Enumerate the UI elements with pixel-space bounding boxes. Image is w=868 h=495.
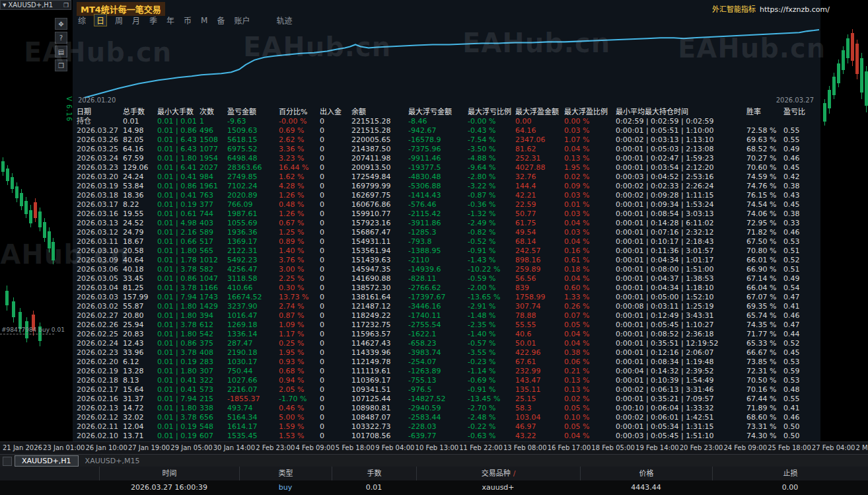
stats-cell: 117232.75	[351, 321, 408, 330]
stats-cell: -9.63	[227, 117, 279, 126]
stats-cell: 2026.03.26	[77, 135, 123, 145]
time-axis-label: 29 Jan 05:00	[170, 444, 212, 451]
brand-name: 外汇智能指标	[712, 5, 756, 14]
menu-item-季[interactable]: 季	[148, 15, 159, 26]
time-axis[interactable]: 21 Jan 202623 Jan 01:0026 Jan 10:0027 Ja…	[0, 441, 868, 454]
stats-row: 2026.03.23129.060.01 | 6.41202728363.661…	[77, 163, 819, 172]
stats-cell: 0:00:08 | 0:03:11 | 1:25:19	[616, 302, 746, 311]
stats-row: 2026.03.1324.520.01 | 4.984031055.690.67…	[77, 219, 819, 228]
stats-cell: 6975.52	[227, 145, 279, 154]
stats-cell: 2026.02.17	[77, 385, 123, 395]
stats-cell: 0.00 %	[564, 117, 616, 126]
time-axis-label: 10 Feb 13:00	[416, 444, 459, 451]
stats-cell: 2026.03.27	[77, 126, 123, 135]
stats-cell: 43.22	[515, 432, 564, 441]
menu-item-账户[interactable]: 账户	[233, 15, 251, 26]
menu-item-备[interactable]: 备	[215, 15, 226, 26]
stats-cell: 81.62	[515, 145, 564, 154]
stats-cell: 1369.17	[227, 237, 279, 247]
stats-cell: -0.36 %	[468, 200, 515, 209]
stats-cell: 82.05	[123, 135, 157, 145]
menu-item-轨迹[interactable]: 轨迹	[275, 15, 294, 26]
stats-row: 2026.03.0640.180.01 | 3.785824256.473.00…	[77, 265, 819, 274]
stats-cell: 2026.03.19	[77, 182, 123, 191]
toolbar-button-panels-icon[interactable]: ▤	[55, 46, 67, 57]
stats-cell: 1	[199, 117, 227, 126]
stats-cell: 71.82 %	[746, 228, 783, 237]
stats-cell	[783, 117, 816, 126]
stats-cell: 61.75	[515, 219, 564, 228]
stats-cell: 66.90 %	[746, 265, 783, 274]
equity-start-date: 2026.01.20	[78, 96, 116, 104]
terminal-header-cell[interactable]: 时间	[99, 467, 239, 480]
stats-row: 2026.02.188.130.01 | 0.413221027.660.94 …	[77, 376, 819, 385]
stats-cell: 0:00:02 | 0:06:13 | 3:31:46	[616, 385, 746, 395]
stats-cell: -3.50 %	[468, 145, 515, 154]
chart-window-titlebar[interactable]: ▼ XAUUSD+,H1 ❐	[0, 0, 71, 10]
menu-item-月[interactable]: 月	[131, 15, 141, 26]
stats-cell: 0.01 | 3.78	[157, 413, 199, 422]
stats-cell: -8.46	[408, 117, 468, 126]
stats-cell: -2.00 %	[468, 284, 515, 293]
stats-cell: 0.52	[783, 339, 816, 348]
toolbar-button-move-icon[interactable]: ✥	[55, 18, 67, 30]
toolbar-button-help-icon[interactable]: ?	[55, 32, 67, 44]
chart-tab-XAUUSD+,M15[interactable]: XAUUSD+,M15	[79, 456, 147, 466]
menu-item-M[interactable]: M	[199, 16, 209, 25]
stats-header-cell: 盈亏金额	[227, 108, 279, 117]
brand-url[interactable]: https://fxznzb.com/	[760, 5, 830, 14]
terminal-header-cell[interactable]: 止损	[712, 467, 868, 480]
stats-cell: 0.01 | 7.94	[157, 395, 199, 404]
stats-cell: 66.67 %	[746, 348, 783, 358]
stats-cell: -755.13	[408, 376, 468, 385]
stats-cell: -0.82 %	[468, 228, 515, 237]
stats-cell: 7102.24	[227, 182, 279, 191]
chart-tab-XAUUSD+,H1[interactable]: XAUUSD+,H1	[15, 455, 79, 467]
chart-toolbar: ✥?▤❐	[55, 18, 67, 71]
stats-cell: 214387.50	[351, 145, 408, 154]
terminal-header-cell[interactable]: 类型	[239, 467, 332, 480]
menu-item-日[interactable]: 日	[94, 14, 107, 26]
terminal-header-cell[interactable]: 价格	[580, 467, 712, 480]
toolbar-button-windows-icon[interactable]: ❐	[55, 59, 67, 71]
stats-cell: 377	[199, 200, 227, 209]
stats-cell: 0.01 | 1.80	[157, 154, 199, 163]
stats-cell: 2026.02.16	[77, 395, 123, 404]
stats-cell: 0	[320, 376, 351, 385]
window-restore-icon[interactable]: ❐	[63, 2, 69, 9]
stats-cell: 0.46	[783, 311, 816, 321]
stats-header-cell: 盈亏比	[783, 108, 816, 117]
stats-cell: 0.48 %	[279, 200, 320, 209]
stats-cell: 2122.31	[227, 247, 279, 256]
stats-cell: 1758.99	[515, 293, 564, 302]
stats-cell: 1535.45	[227, 432, 279, 441]
terminal-header-cell[interactable]: 交易品种/	[416, 467, 580, 480]
stats-cell: -2755.54	[408, 321, 468, 330]
stats-cell: 0.59	[783, 367, 816, 376]
stats-cell: 28363.66	[227, 163, 279, 172]
stats-cell: -2.35 %	[468, 321, 515, 330]
stats-cell: 2026.02.24	[77, 339, 123, 348]
stats-cell: 0:00:01 | 0:14:28 | 6:11:02	[616, 219, 746, 228]
stats-cell: 66.04 %	[746, 284, 783, 293]
stats-cell: 1.26 %	[279, 209, 320, 219]
menu-item-币[interactable]: 币	[182, 15, 193, 26]
stats-cell: 0.01 | 6.43	[157, 145, 199, 154]
terminal-trade-row[interactable]: 2026.03.27 16:00:39buy0.01xauusd+4443.44…	[0, 480, 868, 495]
stats-cell: 0.50	[783, 422, 816, 432]
stats-cell: 0.01	[123, 117, 157, 126]
menu-item-综[interactable]: 综	[77, 15, 87, 26]
terminal-header-cell[interactable]: 手数	[332, 467, 416, 480]
chevron-down-icon[interactable]: ▼	[3, 3, 6, 8]
stats-cell: 0.53	[783, 376, 816, 385]
menu-item-年[interactable]: 年	[165, 15, 176, 26]
stats-cell: -7.54 %	[468, 135, 515, 145]
trade-cell-blank	[0, 480, 99, 495]
trade-price: 4443.44	[580, 480, 712, 495]
stats-cell: 0:00:01 | 0:08:52 | 2:36:18	[616, 330, 746, 339]
menu-item-周[interactable]: 周	[114, 15, 124, 26]
stats-cell: -1.43 %	[468, 256, 515, 265]
stats-cell: 0.01 | 3.78	[157, 284, 199, 293]
stats-cell: 403	[199, 219, 227, 228]
tab-strip-icon[interactable]	[3, 457, 12, 466]
